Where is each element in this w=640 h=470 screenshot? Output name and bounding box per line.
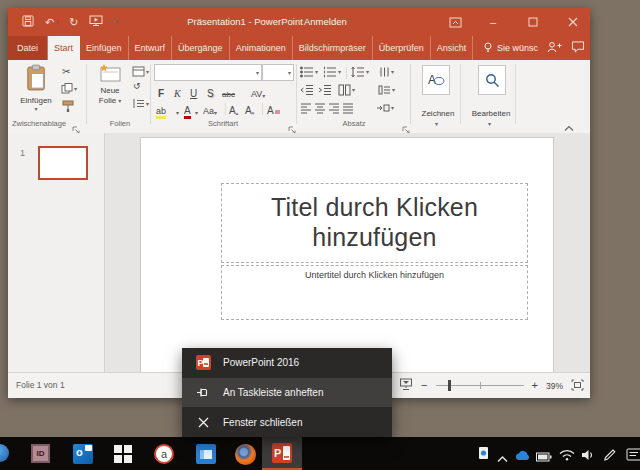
clear-formatting-button[interactable]: A	[267, 102, 280, 116]
slideshow-view-icon[interactable]	[399, 377, 413, 395]
save-icon[interactable]	[22, 13, 34, 31]
align-right-button[interactable]	[328, 102, 340, 114]
windows-grid-icon[interactable]	[114, 445, 132, 463]
align-left-button[interactable]	[300, 102, 312, 114]
dialog-launcher-icon[interactable]	[72, 120, 80, 128]
outlook-icon[interactable]: o	[73, 444, 93, 464]
sign-in-link[interactable]: Anmelden	[304, 8, 347, 36]
close-window-icon[interactable]	[558, 8, 588, 36]
font-color-button[interactable]: A	[184, 102, 191, 119]
copy-button[interactable]: ▾	[61, 83, 77, 94]
align-center-button[interactable]	[314, 102, 326, 114]
italic-button[interactable]: K	[174, 85, 181, 99]
line-spacing-button[interactable]: ▾	[351, 66, 369, 78]
zeichnen-label[interactable]: Zeichnen	[410, 109, 466, 118]
ribbon-display-options-icon[interactable]	[440, 8, 470, 36]
blue-app-icon[interactable]	[196, 444, 216, 464]
powerpoint-taskbar-button[interactable]: P	[262, 437, 302, 470]
align-text-button[interactable]: ▾	[378, 84, 395, 96]
slide-thumbnail-panel: 1	[8, 133, 105, 372]
firefox-icon[interactable]	[235, 444, 256, 465]
bold-button[interactable]: F	[158, 85, 164, 99]
bearbeiten-label[interactable]: Bearbeiten	[460, 109, 522, 118]
increase-indent-button[interactable]	[318, 84, 332, 96]
tab-ueberpruefen[interactable]: Überprüfen	[373, 36, 431, 60]
customize-qat-icon[interactable]: ▾	[114, 19, 118, 25]
menu-item-powerpoint-2016[interactable]: P PowerPoint 2016	[182, 348, 392, 378]
strikethrough-button[interactable]: abc	[222, 85, 235, 99]
columns-button[interactable]: ▾	[338, 84, 355, 96]
zoom-slider-thumb[interactable]	[448, 380, 451, 391]
numbered-list-button[interactable]: ▾	[323, 66, 341, 78]
section-button[interactable]: ▾	[132, 98, 149, 109]
decrease-font-size-button[interactable]: A▾	[245, 102, 254, 116]
comments-icon[interactable]	[571, 39, 585, 57]
format-painter-icon[interactable]	[62, 100, 74, 112]
character-spacing-button[interactable]: AV▾	[251, 85, 265, 99]
drawing-tools-icon[interactable]: A	[422, 65, 450, 95]
undo-button[interactable]: ↶▾	[45, 17, 58, 28]
tab-start[interactable]: Start	[48, 36, 80, 60]
zoom-level[interactable]: 39%	[546, 381, 563, 391]
action-center-icon[interactable]	[626, 447, 640, 465]
minimize-icon[interactable]: –	[478, 8, 508, 36]
tab-datei[interactable]: Datei	[8, 36, 48, 60]
outlook-envelope	[85, 445, 92, 451]
fit-slide-to-window-icon[interactable]	[571, 377, 584, 395]
windows-ink-pen-icon[interactable]	[602, 446, 617, 465]
tell-me-button[interactable]: Sie wünsc	[483, 39, 538, 57]
increase-font-size-button[interactable]: A▴	[229, 102, 238, 116]
new-slide-button[interactable]: Neue Folie▾	[90, 64, 130, 106]
battery-icon[interactable]	[536, 448, 552, 466]
slide-sheet[interactable]: Titel durch Klicken hinzufügen Untertite…	[140, 137, 554, 373]
redo-icon[interactable]: ↻	[69, 17, 78, 28]
tab-animationen[interactable]: Animationen	[230, 36, 293, 60]
font-name-combobox[interactable]: ▾	[154, 64, 262, 81]
tab-bildschirmpraesentation[interactable]: Bildschirmpräser	[293, 36, 373, 60]
zoom-out-icon[interactable]: −	[421, 380, 427, 391]
maximize-icon[interactable]	[518, 8, 548, 36]
start-from-beginning-icon[interactable]	[89, 13, 103, 31]
subtitle-placeholder[interactable]: Untertitel durch Klicken hinzufügen	[221, 265, 528, 320]
text-direction-button[interactable]: ▾	[378, 66, 394, 78]
editing-search-icon[interactable]	[478, 65, 506, 95]
wifi-icon[interactable]	[559, 447, 575, 465]
bullet-list-button[interactable]: ▾	[300, 66, 318, 78]
onedrive-cloud-icon[interactable]	[514, 447, 531, 465]
reset-slide-icon[interactable]: ↺	[133, 81, 141, 91]
font-size-combobox[interactable]: ▾	[262, 64, 294, 81]
zoom-in-icon[interactable]: +	[532, 380, 538, 391]
decrease-indent-button[interactable]	[300, 84, 314, 96]
paste-button[interactable]: Einfügen ▾	[14, 64, 58, 112]
layout-button[interactable]: ▾	[132, 66, 149, 77]
text-shadow-button[interactable]: S	[207, 85, 214, 99]
tab-uebergaenge[interactable]: Übergänge	[172, 36, 230, 60]
zoom-slider[interactable]	[436, 380, 524, 391]
share-person-icon[interactable]	[547, 39, 562, 57]
highlight-button[interactable]: ab	[156, 102, 166, 119]
a-circle-app-icon[interactable]: a	[154, 444, 174, 464]
change-case-button[interactable]: Aa▾	[203, 102, 217, 116]
indesign-icon[interactable]: ID	[31, 444, 50, 463]
dialog-launcher-icon[interactable]	[288, 120, 296, 128]
dropdown-icon[interactable]: ▾	[195, 102, 198, 116]
menu-item-close-window[interactable]: Fenster schließen	[182, 407, 392, 437]
cut-button[interactable]: ✂	[62, 66, 70, 77]
dropdown-icon: ▾	[55, 19, 58, 25]
menu-item-pin-to-taskbar[interactable]: An Taskleiste anheften	[182, 378, 392, 408]
speaker-icon[interactable]	[581, 447, 595, 465]
slide-thumbnail[interactable]	[38, 146, 88, 180]
convert-smartart-button[interactable]: ▾	[376, 102, 394, 114]
underline-button[interactable]: U	[190, 85, 197, 99]
tab-einfuegen[interactable]: Einfügen	[80, 36, 129, 60]
dropdown-icon[interactable]: ▾	[176, 102, 179, 116]
tab-ansicht[interactable]: Ansicht	[431, 36, 474, 60]
justify-button[interactable]	[342, 102, 354, 114]
title-placeholder[interactable]: Titel durch Klicken hinzufügen	[221, 183, 528, 263]
tab-entwurf[interactable]: Entwurf	[129, 36, 173, 60]
taskbar-app-icon-partial[interactable]	[0, 444, 9, 462]
tray-chevron-up-icon[interactable]	[497, 449, 508, 467]
dialog-launcher-icon[interactable]	[402, 120, 410, 128]
menu-item-label: Fenster schließen	[223, 417, 302, 428]
tray-app-icon[interactable]	[477, 446, 490, 465]
